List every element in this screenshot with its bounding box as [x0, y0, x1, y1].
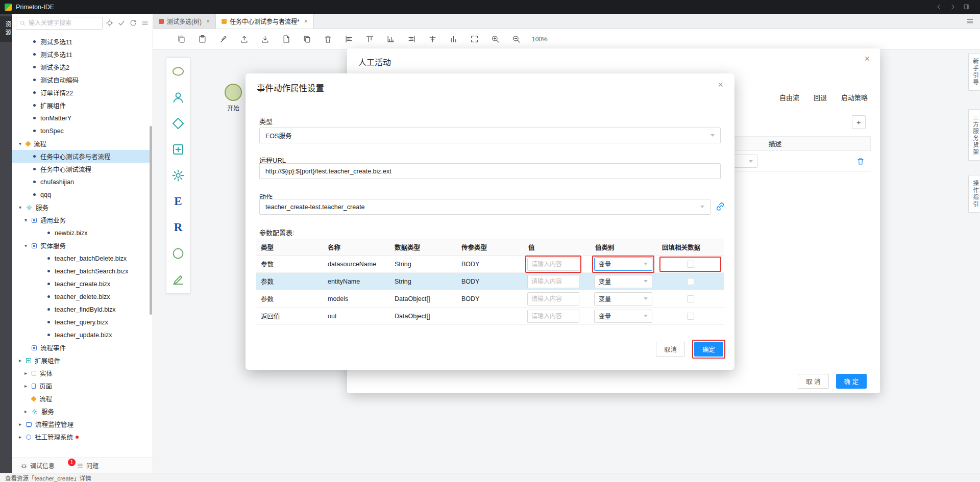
param-value-input[interactable]: [527, 275, 579, 288]
expand-arrow-icon[interactable]: ▸: [24, 370, 32, 376]
align-right-icon[interactable]: [407, 35, 416, 43]
locate-icon[interactable]: [106, 19, 114, 27]
activity-tab[interactable]: 启动策略: [841, 92, 868, 102]
expand-arrow-icon[interactable]: ▾: [24, 217, 32, 223]
download-icon[interactable]: [261, 35, 270, 43]
editor-tab[interactable]: 测试多选(树)×: [153, 14, 216, 29]
tree-item[interactable]: 任务中心测试流程: [12, 163, 150, 175]
check-icon[interactable]: [117, 19, 126, 27]
type-select[interactable]: EOS服务: [259, 128, 721, 143]
close-icon[interactable]: ×: [206, 18, 210, 25]
tab-list-menu-icon[interactable]: [966, 17, 974, 25]
expand-arrow-icon[interactable]: ▾: [19, 205, 26, 210]
tree-item[interactable]: ▸服务: [12, 405, 150, 418]
tree-item[interactable]: teacher_findById.bizx: [12, 303, 150, 316]
resources-rail-tab[interactable]: 资源: [0, 16, 12, 42]
tree-item[interactable]: ▸扩展组件: [12, 354, 150, 367]
param-value-input[interactable]: [527, 292, 579, 306]
ok-button[interactable]: 确 定: [836, 374, 867, 389]
zoom-out-icon[interactable]: [512, 35, 521, 43]
delete-icon[interactable]: [324, 35, 332, 43]
tree-item[interactable]: ▾通用业务: [12, 214, 150, 226]
tree-item[interactable]: newbiz.bizx: [12, 226, 150, 239]
palette-gear-tool[interactable]: [170, 168, 186, 183]
tree-item[interactable]: qqq: [12, 188, 150, 201]
valuetype-select[interactable]: 变量: [594, 310, 652, 323]
tree-item[interactable]: ▾流程: [12, 137, 150, 150]
brush-icon[interactable]: [219, 35, 228, 43]
zoom-in-icon[interactable]: [491, 35, 500, 43]
problems-tab[interactable]: 问题: [77, 461, 99, 470]
duplicate-icon[interactable]: [303, 35, 311, 43]
align-left-icon[interactable]: [345, 35, 353, 43]
tree-item[interactable]: tonMatterY: [12, 112, 150, 124]
param-value-input[interactable]: [527, 310, 579, 323]
delete-row-icon[interactable]: [856, 157, 865, 165]
valuetype-select[interactable]: 变量: [594, 258, 652, 271]
remote-url-input[interactable]: [259, 163, 721, 179]
tree-item[interactable]: 扩展组件: [12, 99, 150, 112]
palette-circle-tool[interactable]: [170, 246, 186, 261]
sidebar-scrollbar[interactable]: [150, 126, 152, 315]
expand-arrow-icon[interactable]: ▸: [19, 358, 26, 363]
refresh-icon[interactable]: [129, 19, 137, 27]
tree-item[interactable]: teacher_query.bizx: [12, 316, 150, 328]
expand-arrow-icon[interactable]: ▾: [24, 243, 32, 248]
tree-item[interactable]: teacher_batchSearch.bizx: [12, 265, 150, 277]
backfill-checkbox[interactable]: [687, 261, 694, 268]
tree-item[interactable]: teacher_delete.bizx: [12, 290, 150, 303]
tree-item[interactable]: 任务中心测试参与者流程: [12, 150, 150, 163]
expand-arrow-icon[interactable]: ▸: [24, 383, 32, 389]
paste-icon[interactable]: [198, 35, 207, 43]
valuetype-select[interactable]: 变量: [594, 275, 652, 288]
palette-diamond-tool[interactable]: [170, 116, 186, 131]
export-icon[interactable]: [240, 35, 249, 43]
close-icon[interactable]: ×: [718, 80, 723, 90]
tree-item[interactable]: ▸实体: [12, 367, 150, 379]
tree-item[interactable]: 测试多选11: [12, 48, 150, 61]
tree-item[interactable]: ▸页面: [12, 379, 150, 392]
palette-letter-e-tool[interactable]: E: [170, 194, 186, 209]
tree-item[interactable]: ▾服务: [12, 201, 150, 214]
valuetype-select[interactable]: 变量: [594, 292, 652, 306]
tree-item[interactable]: 订单详情22: [12, 86, 150, 99]
right-panel-tab[interactable]: 操作指引: [968, 175, 979, 213]
activity-tab[interactable]: 回退: [814, 92, 827, 102]
param-value-input[interactable]: [527, 258, 579, 271]
tree-item[interactable]: chufashijian: [12, 175, 150, 188]
tree-item[interactable]: teacher_create.bizx: [12, 277, 150, 290]
activity-tab[interactable]: 自由流: [779, 92, 799, 102]
debug-info-tab[interactable]: 调试信息: [20, 461, 55, 470]
chevron-right-icon[interactable]: [949, 4, 956, 10]
palette-letter-r-tool[interactable]: R: [170, 220, 186, 235]
ok-button[interactable]: 确定: [694, 342, 723, 357]
action-select[interactable]: teacher_create-test.teacher_create: [259, 199, 710, 215]
stats-icon[interactable]: [449, 35, 458, 43]
palette-user-tool[interactable]: [170, 90, 186, 105]
tree-item[interactable]: teacher_update.bizx: [12, 328, 150, 341]
copy-icon[interactable]: [177, 35, 186, 43]
backfill-checkbox[interactable]: [687, 313, 694, 320]
palette-ellipse-tool[interactable]: [170, 64, 186, 79]
backfill-checkbox[interactable]: [687, 278, 694, 285]
palette-square-plus-tool[interactable]: [170, 142, 186, 157]
align-top-icon[interactable]: [365, 35, 374, 43]
tree-item[interactable]: teacher_batchDelete.bizx: [12, 252, 150, 265]
tree-item[interactable]: ▸社工管理系统: [12, 430, 150, 443]
panel-icon[interactable]: [963, 4, 970, 10]
fullscreen-icon[interactable]: [470, 35, 479, 43]
link-icon[interactable]: [715, 201, 725, 212]
tree-item[interactable]: 测试多选2: [12, 61, 150, 73]
palette-edit-tool[interactable]: [170, 272, 186, 287]
expand-arrow-icon[interactable]: ▸: [19, 421, 26, 427]
add-row-button[interactable]: +: [852, 115, 866, 129]
backfill-checkbox[interactable]: [687, 295, 694, 302]
editor-tab[interactable]: 任务中心测试参与者流程*×: [216, 14, 314, 29]
right-panel-tab[interactable]: 新手引导: [968, 53, 979, 91]
tree-item[interactable]: 测试自动编码: [12, 73, 150, 86]
chevron-left-icon[interactable]: [936, 4, 942, 10]
expand-arrow-icon[interactable]: ▸: [24, 409, 32, 414]
chart-icon[interactable]: [386, 35, 395, 43]
tree-item[interactable]: tonSpec: [12, 124, 150, 137]
start-node[interactable]: [225, 84, 242, 101]
